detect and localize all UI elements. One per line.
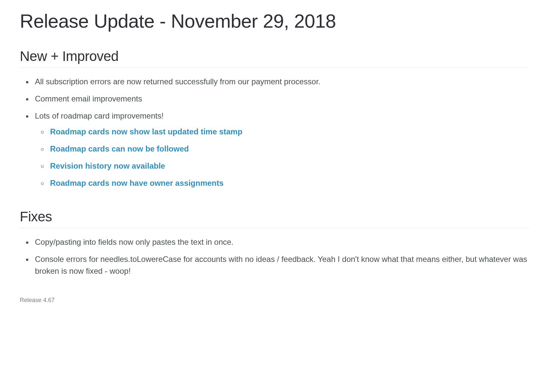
section-new-improved: New + Improved All subscription errors a… bbox=[20, 48, 528, 189]
list-item: Roadmap cards now have owner assignments bbox=[48, 177, 528, 189]
list-item: Revision history now available bbox=[48, 160, 528, 172]
sublink-list: Roadmap cards now show last updated time… bbox=[35, 126, 528, 189]
list-item: All subscription errors are now returned… bbox=[33, 76, 528, 88]
fixes-list: Copy/pasting into fields now only pastes… bbox=[20, 236, 528, 277]
roadmap-timestamp-link[interactable]: Roadmap cards now show last updated time… bbox=[50, 127, 242, 136]
new-list: All subscription errors are now returned… bbox=[20, 76, 528, 189]
revision-history-link[interactable]: Revision history now available bbox=[50, 161, 165, 170]
list-item: Roadmap cards now show last updated time… bbox=[48, 126, 528, 138]
page-title: Release Update - November 29, 2018 bbox=[20, 10, 528, 32]
roadmap-owner-link[interactable]: Roadmap cards now have owner assignments bbox=[50, 179, 224, 187]
section-fixes: Fixes Copy/pasting into fields now only … bbox=[20, 209, 528, 277]
section-heading-new: New + Improved bbox=[20, 48, 528, 68]
list-item: Roadmap cards can now be followed bbox=[48, 143, 528, 155]
roadmap-follow-link[interactable]: Roadmap cards can now be followed bbox=[50, 144, 189, 153]
list-item: Console errors for needles.toLowereCase … bbox=[33, 253, 528, 277]
list-item: Lots of roadmap card improvements! Roadm… bbox=[33, 110, 528, 189]
list-item-text: Lots of roadmap card improvements! bbox=[35, 111, 164, 120]
release-version: Release 4.67 bbox=[20, 297, 528, 304]
list-item: Comment email improvements bbox=[33, 93, 528, 105]
list-item: Copy/pasting into fields now only pastes… bbox=[33, 236, 528, 248]
section-heading-fixes: Fixes bbox=[20, 209, 528, 228]
